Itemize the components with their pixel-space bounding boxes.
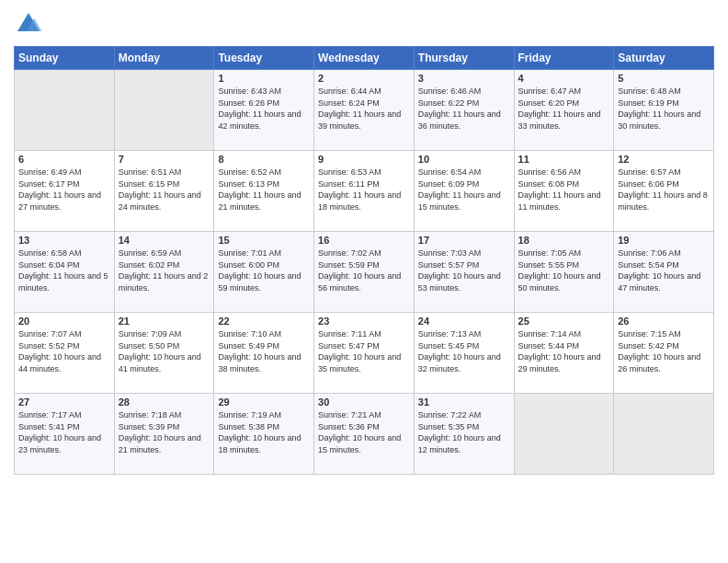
week-row-2: 6Sunrise: 6:49 AM Sunset: 6:17 PM Daylig… xyxy=(15,151,714,232)
day-info: Sunrise: 6:56 AM Sunset: 6:08 PM Dayligh… xyxy=(518,167,610,213)
day-cell: 26Sunrise: 7:15 AM Sunset: 5:42 PM Dayli… xyxy=(614,313,714,394)
day-cell: 18Sunrise: 7:05 AM Sunset: 5:55 PM Dayli… xyxy=(514,232,614,313)
page: SundayMondayTuesdayWednesdayThursdayFrid… xyxy=(0,0,728,563)
day-cell: 1Sunrise: 6:43 AM Sunset: 6:26 PM Daylig… xyxy=(214,70,314,151)
weekday-header-monday: Monday xyxy=(114,47,214,70)
day-cell: 24Sunrise: 7:13 AM Sunset: 5:45 PM Dayli… xyxy=(414,313,514,394)
logo xyxy=(14,9,47,39)
day-number: 9 xyxy=(318,154,410,165)
day-number: 3 xyxy=(418,73,510,84)
day-info: Sunrise: 7:18 AM Sunset: 5:39 PM Dayligh… xyxy=(119,409,210,455)
day-number: 20 xyxy=(18,316,110,327)
day-cell: 16Sunrise: 7:02 AM Sunset: 5:59 PM Dayli… xyxy=(314,232,415,313)
header xyxy=(14,9,714,39)
day-number: 22 xyxy=(218,316,310,327)
day-number: 18 xyxy=(518,235,610,246)
day-cell xyxy=(114,70,214,151)
day-cell: 21Sunrise: 7:09 AM Sunset: 5:50 PM Dayli… xyxy=(114,313,214,394)
day-info: Sunrise: 7:21 AM Sunset: 5:36 PM Dayligh… xyxy=(318,409,410,455)
day-number: 2 xyxy=(318,73,410,84)
day-info: Sunrise: 7:22 AM Sunset: 5:35 PM Dayligh… xyxy=(418,409,510,455)
week-row-5: 27Sunrise: 7:17 AM Sunset: 5:41 PM Dayli… xyxy=(15,394,714,475)
day-cell: 2Sunrise: 6:44 AM Sunset: 6:24 PM Daylig… xyxy=(314,70,415,151)
day-cell: 28Sunrise: 7:18 AM Sunset: 5:39 PM Dayli… xyxy=(114,394,214,475)
logo-icon xyxy=(14,9,43,39)
day-info: Sunrise: 7:02 AM Sunset: 5:59 PM Dayligh… xyxy=(318,247,410,293)
day-cell: 17Sunrise: 7:03 AM Sunset: 5:57 PM Dayli… xyxy=(414,232,514,313)
day-cell: 22Sunrise: 7:10 AM Sunset: 5:49 PM Dayli… xyxy=(214,313,314,394)
day-number: 19 xyxy=(618,235,710,246)
day-cell: 14Sunrise: 6:59 AM Sunset: 6:02 PM Dayli… xyxy=(114,232,214,313)
day-cell: 10Sunrise: 6:54 AM Sunset: 6:09 PM Dayli… xyxy=(414,151,514,232)
day-cell: 25Sunrise: 7:14 AM Sunset: 5:44 PM Dayli… xyxy=(514,313,614,394)
day-cell: 6Sunrise: 6:49 AM Sunset: 6:17 PM Daylig… xyxy=(15,151,115,232)
day-cell: 7Sunrise: 6:51 AM Sunset: 6:15 PM Daylig… xyxy=(114,151,214,232)
day-info: Sunrise: 7:10 AM Sunset: 5:49 PM Dayligh… xyxy=(218,328,310,374)
day-number: 11 xyxy=(518,154,610,165)
day-info: Sunrise: 6:46 AM Sunset: 6:22 PM Dayligh… xyxy=(418,86,510,132)
day-number: 8 xyxy=(218,154,310,165)
day-info: Sunrise: 7:14 AM Sunset: 5:44 PM Dayligh… xyxy=(518,328,610,374)
day-info: Sunrise: 6:57 AM Sunset: 6:06 PM Dayligh… xyxy=(618,167,710,213)
day-number: 4 xyxy=(518,73,610,84)
day-info: Sunrise: 7:07 AM Sunset: 5:52 PM Dayligh… xyxy=(18,328,110,374)
day-number: 29 xyxy=(218,396,310,408)
day-cell: 8Sunrise: 6:52 AM Sunset: 6:13 PM Daylig… xyxy=(214,151,314,232)
day-info: Sunrise: 7:09 AM Sunset: 5:50 PM Dayligh… xyxy=(119,328,210,374)
day-number: 10 xyxy=(418,154,510,165)
day-info: Sunrise: 6:44 AM Sunset: 6:24 PM Dayligh… xyxy=(318,86,410,132)
day-cell: 3Sunrise: 6:46 AM Sunset: 6:22 PM Daylig… xyxy=(414,70,514,151)
day-cell: 13Sunrise: 6:58 AM Sunset: 6:04 PM Dayli… xyxy=(15,232,115,313)
day-cell: 20Sunrise: 7:07 AM Sunset: 5:52 PM Dayli… xyxy=(15,313,115,394)
day-number: 12 xyxy=(618,154,710,165)
day-number: 7 xyxy=(119,154,210,165)
day-cell xyxy=(15,70,115,151)
day-number: 16 xyxy=(318,235,410,246)
day-number: 14 xyxy=(119,235,210,246)
day-info: Sunrise: 6:47 AM Sunset: 6:20 PM Dayligh… xyxy=(518,86,610,132)
day-info: Sunrise: 7:19 AM Sunset: 5:38 PM Dayligh… xyxy=(218,409,310,455)
day-number: 5 xyxy=(618,73,710,84)
weekday-header-saturday: Saturday xyxy=(614,47,714,70)
day-info: Sunrise: 6:58 AM Sunset: 6:04 PM Dayligh… xyxy=(18,247,110,293)
day-cell: 5Sunrise: 6:48 AM Sunset: 6:19 PM Daylig… xyxy=(614,70,714,151)
day-number: 24 xyxy=(418,316,510,327)
day-cell: 4Sunrise: 6:47 AM Sunset: 6:20 PM Daylig… xyxy=(514,70,614,151)
day-info: Sunrise: 7:01 AM Sunset: 6:00 PM Dayligh… xyxy=(218,247,310,293)
day-number: 27 xyxy=(18,396,110,408)
day-cell: 15Sunrise: 7:01 AM Sunset: 6:00 PM Dayli… xyxy=(214,232,314,313)
weekday-header-friday: Friday xyxy=(514,47,614,70)
day-number: 15 xyxy=(218,235,310,246)
day-number: 13 xyxy=(18,235,110,246)
day-number: 28 xyxy=(119,396,210,408)
day-info: Sunrise: 6:48 AM Sunset: 6:19 PM Dayligh… xyxy=(618,86,710,132)
day-number: 21 xyxy=(119,316,210,327)
day-number: 1 xyxy=(218,73,310,84)
weekday-header-sunday: Sunday xyxy=(15,47,115,70)
day-number: 17 xyxy=(418,235,510,246)
day-cell xyxy=(614,394,714,475)
weekday-header-row: SundayMondayTuesdayWednesdayThursdayFrid… xyxy=(15,47,714,70)
week-row-1: 1Sunrise: 6:43 AM Sunset: 6:26 PM Daylig… xyxy=(15,70,714,151)
day-info: Sunrise: 6:53 AM Sunset: 6:11 PM Dayligh… xyxy=(318,167,410,213)
week-row-3: 13Sunrise: 6:58 AM Sunset: 6:04 PM Dayli… xyxy=(15,232,714,313)
day-info: Sunrise: 7:13 AM Sunset: 5:45 PM Dayligh… xyxy=(418,328,510,374)
day-info: Sunrise: 6:43 AM Sunset: 6:26 PM Dayligh… xyxy=(218,86,310,132)
weekday-header-thursday: Thursday xyxy=(414,47,514,70)
calendar-table: SundayMondayTuesdayWednesdayThursdayFrid… xyxy=(14,46,714,475)
weekday-header-wednesday: Wednesday xyxy=(314,47,415,70)
day-number: 26 xyxy=(618,316,710,327)
day-info: Sunrise: 6:59 AM Sunset: 6:02 PM Dayligh… xyxy=(119,247,210,293)
day-cell: 31Sunrise: 7:22 AM Sunset: 5:35 PM Dayli… xyxy=(414,394,514,475)
day-info: Sunrise: 7:06 AM Sunset: 5:54 PM Dayligh… xyxy=(618,247,710,293)
day-cell: 23Sunrise: 7:11 AM Sunset: 5:47 PM Dayli… xyxy=(314,313,415,394)
day-number: 25 xyxy=(518,316,610,327)
day-info: Sunrise: 7:15 AM Sunset: 5:42 PM Dayligh… xyxy=(618,328,710,374)
day-info: Sunrise: 7:11 AM Sunset: 5:47 PM Dayligh… xyxy=(318,328,410,374)
day-cell: 19Sunrise: 7:06 AM Sunset: 5:54 PM Dayli… xyxy=(614,232,714,313)
day-info: Sunrise: 7:17 AM Sunset: 5:41 PM Dayligh… xyxy=(18,409,110,455)
day-info: Sunrise: 7:05 AM Sunset: 5:55 PM Dayligh… xyxy=(518,247,610,293)
weekday-header-tuesday: Tuesday xyxy=(214,47,314,70)
day-cell: 12Sunrise: 6:57 AM Sunset: 6:06 PM Dayli… xyxy=(614,151,714,232)
day-info: Sunrise: 6:52 AM Sunset: 6:13 PM Dayligh… xyxy=(218,167,310,213)
